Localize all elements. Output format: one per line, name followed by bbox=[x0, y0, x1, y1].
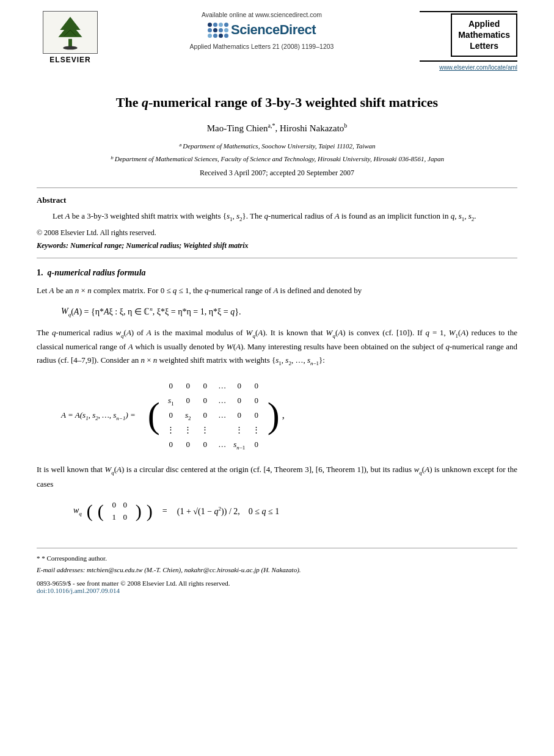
matrix-cell: s2 bbox=[185, 410, 191, 421]
matrix-cell: ⋮ bbox=[184, 425, 192, 435]
elsevier-logo: ELSEVIER bbox=[37, 11, 104, 64]
matrix-cell: ⋮ bbox=[252, 425, 260, 435]
keywords-text: Numerical range; Numerical radius; Weigh… bbox=[70, 241, 249, 250]
matrix-cell: 0 bbox=[169, 410, 173, 420]
matrix-cell: 0 bbox=[254, 381, 258, 391]
section-number: 1. bbox=[37, 268, 43, 277]
sd-dot bbox=[224, 28, 228, 32]
footnote-section: * * Corresponding author. E-mail address… bbox=[37, 548, 517, 594]
journal-title: Applied Mathematics Letters bbox=[458, 18, 510, 52]
matrix-lhs: A = A(s1, s2, …, sn−1) = bbox=[61, 410, 136, 421]
matrix-cell: 0 bbox=[169, 381, 173, 391]
journal-url[interactable]: www.elsevier.com/locate/aml bbox=[439, 64, 517, 71]
matrix-equation: A = A(s1, s2, …, sn−1) = ( 0 0 0 … 0 0 s… bbox=[61, 379, 517, 452]
sd-dot bbox=[213, 34, 217, 38]
matrix-cell: ⋮ bbox=[167, 425, 175, 435]
matrix-container: ( 0 0 0 … 0 0 s1 0 0 … 0 0 0 bbox=[148, 379, 285, 452]
section-title-rest: -numerical radius formula bbox=[52, 268, 146, 277]
footnote-corresponding: * * Corresponding author. bbox=[37, 553, 517, 564]
sm-cell: 0 bbox=[112, 500, 117, 510]
sd-dot bbox=[213, 28, 217, 32]
wq-formula: wq ( ( 0 0 1 0 ) ) = (1 + √(1 − q2)) / 2… bbox=[73, 499, 517, 523]
section-1: 1. q-numerical radius formula Let A be a… bbox=[37, 268, 517, 523]
body-text-2: The q-numerical radius wq(A) of A is the… bbox=[37, 326, 517, 368]
matrix-cell: ⋮ bbox=[201, 425, 209, 435]
matrix-cell: … bbox=[218, 381, 226, 391]
matrix-cell: … bbox=[218, 396, 226, 405]
sd-dot bbox=[219, 34, 223, 38]
wq-close-paren1: ) bbox=[147, 502, 153, 520]
abstract-heading: Abstract bbox=[37, 195, 517, 205]
sd-dot bbox=[224, 23, 228, 27]
wq-open-paren1: ( bbox=[87, 502, 93, 520]
matrix-cell: 0 bbox=[254, 440, 258, 449]
section-title: q bbox=[48, 268, 52, 277]
footnote-email: E-mail addresses: mtchien@scu.edu.tw (M.… bbox=[37, 565, 517, 575]
journal-title-line2: Mathematics bbox=[458, 30, 510, 40]
footnote-star: * bbox=[37, 554, 42, 562]
copyright: © 2008 Elsevier Ltd. All rights reserved… bbox=[37, 228, 517, 238]
sm-cell: 0 bbox=[123, 500, 128, 510]
divider-abstract-bottom bbox=[37, 258, 517, 258]
sciencedirect-dots bbox=[208, 23, 228, 38]
matrix-cell: 0 bbox=[169, 440, 173, 449]
header: ELSEVIER Available online at www.science… bbox=[37, 0, 517, 77]
available-online-text: Available online at www.sciencedirect.co… bbox=[202, 11, 322, 18]
matrix-cell: 0 bbox=[203, 410, 207, 420]
sd-dot bbox=[208, 34, 212, 38]
journal-title-line3: Letters bbox=[470, 41, 498, 51]
elsevier-logo-image bbox=[43, 11, 98, 54]
title-section: The q-numerical range of 3-by-3 weighted… bbox=[37, 94, 517, 178]
journal-title-line1: Applied bbox=[468, 19, 500, 29]
matrix-cell: 0 bbox=[203, 440, 207, 449]
sd-dot bbox=[208, 28, 212, 32]
header-right: Applied Mathematics Letters www.elsevier… bbox=[420, 11, 517, 71]
journal-title-box: Applied Mathematics Letters bbox=[451, 13, 517, 57]
abstract-text: Let A be a 3-by-3 weighted shift matrix … bbox=[37, 210, 517, 224]
matrix-cell: 0 bbox=[237, 381, 241, 391]
svg-point-4 bbox=[63, 46, 77, 49]
body-text-3: It is well known that Wq(A) is a circula… bbox=[37, 463, 517, 490]
matrix-cell: 0 bbox=[203, 396, 207, 405]
matrix-cell: 0 bbox=[186, 381, 190, 391]
sd-dot bbox=[219, 28, 223, 32]
matrix-cell: sn−1 bbox=[233, 440, 245, 451]
matrix-cell: 0 bbox=[237, 396, 241, 405]
doi-text[interactable]: doi:10.1016/j.aml.2007.09.014 bbox=[37, 587, 517, 594]
keywords-label: Keywords: bbox=[37, 241, 68, 250]
abstract-section: Abstract Let A be a 3-by-3 weighted shif… bbox=[37, 195, 517, 250]
authors: Mao-Ting Chiena,*, Hiroshi Nakazatob bbox=[37, 122, 517, 134]
matrix-cell: 0 bbox=[203, 381, 207, 391]
sm-cell: 0 bbox=[123, 512, 128, 522]
page: ELSEVIER Available online at www.science… bbox=[0, 0, 554, 756]
sciencedirect-logo: ScienceDirect bbox=[208, 22, 316, 38]
matrix-cell: s1 bbox=[168, 396, 174, 407]
wq-rhs: (1 + √(1 − q2)) / 2, 0 ≤ q ≤ 1 bbox=[177, 506, 279, 517]
received-date: Received 3 April 2007; accepted 20 Septe… bbox=[37, 169, 517, 178]
wq-symbol: wq bbox=[73, 506, 82, 517]
sd-dot bbox=[213, 23, 217, 27]
matrix-period: , bbox=[282, 410, 285, 421]
matrix-bracket-left: ( bbox=[148, 397, 160, 434]
matrix-cell: 0 bbox=[186, 396, 190, 405]
matrix-bracket-right: ) bbox=[268, 397, 280, 434]
matrix-cell: 0 bbox=[254, 396, 258, 405]
sm-cell: 1 bbox=[112, 512, 117, 522]
affiliation-a: ᵃ Department of Mathematics, Soochow Uni… bbox=[37, 141, 517, 151]
wq-definition: Wq(A) = {η*Aξ : ξ, η ∈ ℂn, ξ*ξ = η*η = 1… bbox=[37, 306, 517, 318]
footnote-email-text: E-mail addresses: mtchien@scu.edu.tw (M.… bbox=[37, 566, 301, 573]
header-center: Available online at www.sciencedirect.co… bbox=[104, 11, 420, 50]
footnote-corresponding-text: * Corresponding author. bbox=[42, 554, 107, 562]
matrix-cells: 0 0 0 … 0 0 s1 0 0 … 0 0 0 s2 0 bbox=[162, 379, 265, 452]
matrix-cell: 0 bbox=[237, 410, 241, 420]
divider-abstract-top bbox=[37, 187, 517, 188]
matrix-cell: 0 bbox=[254, 410, 258, 420]
wq-close-paren2: ) bbox=[136, 502, 142, 520]
matrix-cell: 0 bbox=[186, 440, 190, 449]
issn-text: 0893-9659/$ - see front matter © 2008 El… bbox=[37, 580, 517, 587]
sciencedirect-text: ScienceDirect bbox=[231, 22, 316, 38]
keywords: Keywords: Numerical range; Numerical rad… bbox=[37, 241, 517, 250]
matrix-cell: ⋮ bbox=[235, 425, 243, 435]
matrix-cell: … bbox=[218, 410, 226, 420]
sd-dot bbox=[224, 34, 228, 38]
